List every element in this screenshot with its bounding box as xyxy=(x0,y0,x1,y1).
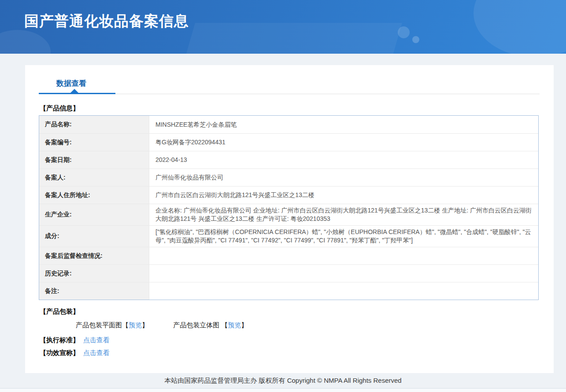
row-label-remarks: 备注: xyxy=(39,282,149,300)
header-decoration-glow xyxy=(474,0,566,54)
section-title-packaging: 【产品包装】 xyxy=(40,308,79,316)
table-row: 备注: xyxy=(39,282,538,300)
packaging-3d-preview-link[interactable]: 预览 xyxy=(228,321,241,329)
efficacy-row: 【功效宣称】点击查看 xyxy=(40,349,110,357)
content-card: 数据查看 【产品信息】 产品名称: MINSHZEE茗希芝小金条眉笔 备案编号:… xyxy=(25,65,554,373)
row-label-ingredients: 成分: xyxy=(39,226,149,247)
table-row: 备案后监督检查情况: xyxy=(39,247,538,264)
row-value-registration-date: 2022-04-13 xyxy=(149,151,538,169)
efficacy-title: 【功效宣称】 xyxy=(40,349,79,356)
header-decoration-polygon xyxy=(184,23,402,54)
tab-data-view[interactable]: 数据查看 xyxy=(56,78,86,88)
packaging-flat-item: 产品包装平面图【预览】 xyxy=(76,321,148,330)
row-value-registration-number: 粤G妆网备字2022094431 xyxy=(149,134,538,151)
standard-view-link[interactable]: 点击查看 xyxy=(83,336,110,344)
row-value-post-inspection xyxy=(149,247,538,264)
row-value-manufacturer: 企业名称: 广州仙蒂化妆品有限公司 企业地址: 广州市白云区白云湖街大朗北路12… xyxy=(149,204,538,225)
tab-active-underline xyxy=(39,93,115,94)
header-decoration-circle-large xyxy=(398,26,410,38)
row-label-history: 历史记录: xyxy=(39,265,149,282)
row-value-product-name: MINSHZEE茗希芝小金条眉笔 xyxy=(149,116,538,133)
row-label-manufacturer: 生产企业: xyxy=(39,204,149,225)
table-row: 产品名称: MINSHZEE茗希芝小金条眉笔 xyxy=(39,116,538,133)
packaging-flat-label: 产品包装平面图 xyxy=(76,321,122,329)
product-info-table: 产品名称: MINSHZEE茗希芝小金条眉笔 备案编号: 粤G妆网备字20220… xyxy=(39,115,539,300)
row-value-history xyxy=(149,265,538,282)
table-row: 备案日期: 2022-04-13 xyxy=(39,151,538,169)
row-label-registration-date: 备案日期: xyxy=(39,151,149,169)
footer-bottom-strip xyxy=(0,389,566,392)
bracket-close: 】 xyxy=(241,321,248,329)
row-label-registrant-address: 备案人住所地址: xyxy=(39,187,149,204)
row-label-registrant: 备案人: xyxy=(39,169,149,186)
table-row: 生产企业: 企业名称: 广州仙蒂化妆品有限公司 企业地址: 广州市白云区白云湖街… xyxy=(39,204,538,225)
standard-row: 【执行标准】点击查看 xyxy=(40,336,110,344)
row-value-registrant-address: 广州市白云区白云湖街大朗北路121号兴盛工业区之13二楼 xyxy=(149,187,538,204)
row-value-remarks xyxy=(149,282,538,300)
packaging-3d-label: 产品包装立体图 xyxy=(173,321,221,329)
row-label-product-name: 产品名称: xyxy=(39,116,149,133)
bracket-close: 】 xyxy=(142,321,148,329)
header-decoration-circle-small xyxy=(412,36,419,43)
tab-caret-icon xyxy=(70,89,78,93)
bracket-open: 【 xyxy=(221,321,228,329)
page-header-banner: 国产普通化妆品备案信息 xyxy=(0,0,566,54)
table-row: 备案人: 广州仙蒂化妆品有限公司 xyxy=(39,169,538,186)
standard-title: 【执行标准】 xyxy=(40,336,79,344)
table-row: 备案编号: 粤G妆网备字2022094431 xyxy=(39,133,538,151)
row-label-registration-number: 备案编号: xyxy=(39,134,149,151)
packaging-flat-preview-link[interactable]: 预览 xyxy=(129,321,142,329)
bracket-open: 【 xyxy=(122,321,129,329)
table-row: 成分: ["氢化棕榈油", "巴西棕榈树（COPERNICIA CERIFERA… xyxy=(39,225,538,247)
footer: 本站由国家药品监督管理局主办 版权所有 Copyright © NMPA All… xyxy=(0,373,566,388)
row-value-ingredients: ["氢化棕榈油", "巴西棕榈树（COPERNICIA CERIFERA）蜡",… xyxy=(149,226,538,247)
table-row: 历史记录: xyxy=(39,264,538,282)
row-value-registrant: 广州仙蒂化妆品有限公司 xyxy=(149,169,538,186)
page-title: 国产普通化妆品备案信息 xyxy=(24,11,189,31)
section-title-product-info: 【产品信息】 xyxy=(40,104,79,113)
packaging-preview-row: 产品包装平面图【预览】 产品包装立体图 【预览】 xyxy=(76,321,248,330)
footer-copyright-text: 本站由国家药品监督管理局主办 版权所有 Copyright © NMPA All… xyxy=(164,377,401,385)
efficacy-view-link[interactable]: 点击查看 xyxy=(83,349,110,356)
header-decoration-ellipse xyxy=(0,30,51,54)
row-label-post-inspection: 备案后监督检查情况: xyxy=(39,247,149,264)
table-row: 备案人住所地址: 广州市白云区白云湖街大朗北路121号兴盛工业区之13二楼 xyxy=(39,186,538,204)
packaging-3d-item: 产品包装立体图 【预览】 xyxy=(173,321,248,330)
